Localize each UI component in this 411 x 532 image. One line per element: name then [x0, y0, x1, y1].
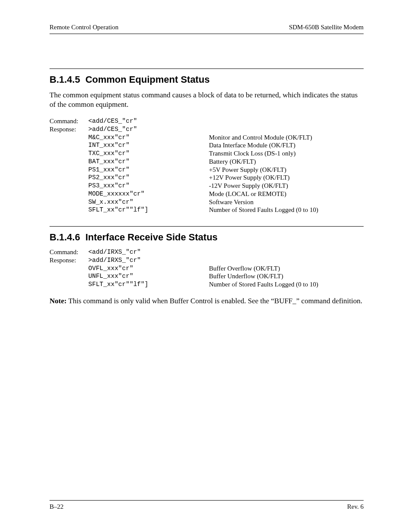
table-row: INT_xxx"cr" Data Interface Module (OK/FL… — [50, 141, 318, 149]
desc-cell: Buffer Overflow (OK/FLT) — [209, 264, 318, 273]
footer-right: Rev. 6 — [347, 503, 364, 510]
code-cell: OVFL_xxx"cr" — [88, 264, 209, 273]
code-cell: PS3_xxx"cr" — [88, 182, 209, 190]
table-row: SFLT_xx"cr""lf"] Number of Stored Faults… — [50, 280, 318, 289]
section-rule — [50, 68, 364, 69]
code-cell: MODE_xxxxxx"cr" — [88, 190, 209, 198]
table-row: MODE_xxxxxx"cr" Mode (LOCAL or REMOTE) — [50, 190, 318, 198]
desc-cell: Number of Stored Faults Logged (0 to 10) — [209, 280, 318, 289]
code-cell: <add/CES_"cr" — [88, 117, 209, 125]
table-row: TXC_xxx"cr" Transmit Clock Loss (DS-1 on… — [50, 149, 318, 158]
section-heading: B.1.4.5 Common Equipment Status — [50, 74, 364, 85]
section-number: B.1.4.6 — [50, 232, 80, 243]
table-row: Command: <add/IRXS_"cr" — [50, 248, 318, 256]
page: Remote Control Operation SDM-650B Satell… — [0, 0, 411, 532]
desc-cell: Battery (OK/FLT) — [209, 158, 318, 166]
section-b146: B.1.4.6 Interface Receive Side Status Co… — [50, 226, 364, 306]
footer-rule — [50, 500, 364, 501]
header-rule — [50, 34, 364, 34]
desc-cell: Data Interface Module (OK/FLT) — [209, 141, 318, 149]
section-title: Common Equipment Status — [85, 74, 209, 85]
footer-left: B–22 — [50, 503, 64, 510]
code-cell: SFLT_xx"cr""lf"] — [88, 206, 209, 214]
code-cell: PS1_xxx"cr" — [88, 166, 209, 174]
table-row: PS3_xxx"cr" -12V Power Supply (OK/FLT) — [50, 182, 318, 190]
desc-cell: Transmit Clock Loss (DS-1 only) — [209, 149, 318, 158]
table-row: Command: <add/CES_"cr" — [50, 117, 318, 125]
table-row: Response: >add/CES_"cr" — [50, 125, 318, 134]
code-cell: M&C_xxx"cr" — [88, 134, 209, 142]
desc-cell: Number of Stored Faults Logged (0 to 10) — [209, 206, 318, 214]
code-cell: PS2_xxx"cr" — [88, 174, 209, 182]
code-cell: >add/IRXS_"cr" — [88, 256, 209, 264]
code-cell: UNFL_xxx"cr" — [88, 272, 209, 280]
running-header: Remote Control Operation SDM-650B Satell… — [50, 24, 364, 31]
table-row: PS1_xxx"cr" +5V Power Supply (OK/FLT) — [50, 166, 318, 174]
label-response: Response: — [50, 256, 88, 264]
running-footer: B–22 Rev. 6 — [50, 500, 364, 510]
header-right: SDM-650B Satellite Modem — [289, 24, 364, 31]
note-text: This command is only valid when Buffer C… — [67, 297, 362, 305]
table-row: UNFL_xxx"cr" Buffer Underflow (OK/FLT) — [50, 272, 318, 280]
section-number: B.1.4.5 — [50, 74, 80, 85]
table-row: M&C_xxx"cr" Monitor and Control Module (… — [50, 134, 318, 142]
desc-cell — [209, 125, 318, 134]
desc-cell — [209, 117, 318, 125]
note-label: Note: — [50, 297, 67, 305]
desc-cell — [209, 248, 318, 256]
desc-cell: Software Version — [209, 198, 318, 206]
table-row: Response: >add/IRXS_"cr" — [50, 256, 318, 264]
section-rule — [50, 226, 364, 227]
label-command: Command: — [50, 117, 88, 125]
header-left: Remote Control Operation — [50, 24, 118, 31]
command-response-table: Command: <add/CES_"cr" Response: >add/CE… — [50, 117, 318, 214]
desc-cell: +5V Power Supply (OK/FLT) — [209, 166, 318, 174]
note-paragraph: Note: This command is only valid when Bu… — [50, 296, 364, 306]
label-command: Command: — [50, 248, 88, 256]
code-cell: >add/CES_"cr" — [88, 125, 209, 134]
desc-cell: Mode (LOCAL or REMOTE) — [209, 190, 318, 198]
desc-cell: -12V Power Supply (OK/FLT) — [209, 182, 318, 190]
label-response: Response: — [50, 125, 88, 134]
desc-cell — [209, 256, 318, 264]
command-response-table: Command: <add/IRXS_"cr" Response: >add/I… — [50, 248, 318, 289]
section-intro: The common equipment status command caus… — [50, 90, 364, 109]
code-cell: INT_xxx"cr" — [88, 141, 209, 149]
table-row: BAT_xxx"cr" Battery (OK/FLT) — [50, 158, 318, 166]
code-cell: BAT_xxx"cr" — [88, 158, 209, 166]
section-heading: B.1.4.6 Interface Receive Side Status — [50, 232, 364, 243]
desc-cell: Buffer Underflow (OK/FLT) — [209, 272, 318, 280]
section-b145: B.1.4.5 Common Equipment Status The comm… — [50, 68, 364, 214]
code-cell: SFLT_xx"cr""lf"] — [88, 280, 209, 289]
desc-cell: +12V Power Supply (OK/FLT) — [209, 174, 318, 182]
code-cell: <add/IRXS_"cr" — [88, 248, 209, 256]
desc-cell: Monitor and Control Module (OK/FLT) — [209, 134, 318, 142]
code-cell: SW_x.xxx"cr" — [88, 198, 209, 206]
table-row: SW_x.xxx"cr" Software Version — [50, 198, 318, 206]
table-row: OVFL_xxx"cr" Buffer Overflow (OK/FLT) — [50, 264, 318, 273]
table-row: PS2_xxx"cr" +12V Power Supply (OK/FLT) — [50, 174, 318, 182]
table-row: SFLT_xx"cr""lf"] Number of Stored Faults… — [50, 206, 318, 214]
code-cell: TXC_xxx"cr" — [88, 149, 209, 158]
section-title: Interface Receive Side Status — [85, 232, 218, 243]
